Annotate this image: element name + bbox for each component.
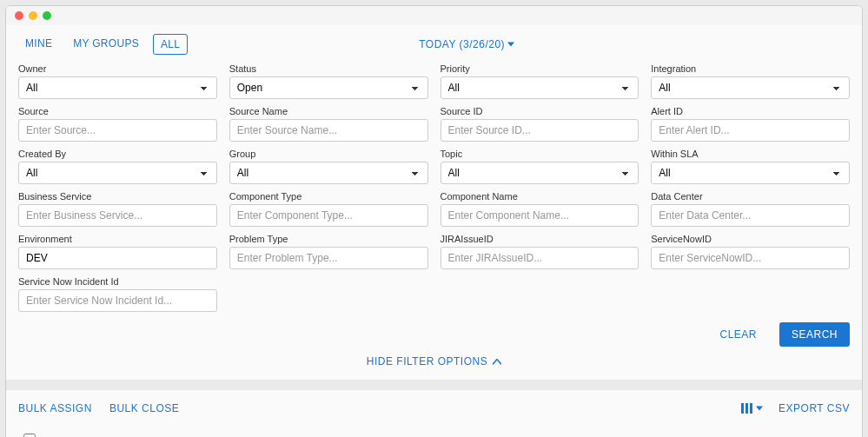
date-label: TODAY (3/26/20) xyxy=(419,38,505,50)
created-by-select[interactable]: All xyxy=(18,162,217,184)
hide-filter-label: HIDE FILTER OPTIONS xyxy=(367,355,487,367)
svg-rect-0 xyxy=(741,403,744,414)
col-component-type[interactable]: ↑Component Type xyxy=(586,427,675,437)
servicenow-id-label: ServiceNowID xyxy=(651,234,850,244)
table-header-row: ↓Alert ID ↑Incident Count ↑Created Date … xyxy=(18,427,850,437)
priority-label: Priority xyxy=(441,63,639,74)
priority-select[interactable]: All xyxy=(441,76,639,99)
chevron-down-icon xyxy=(507,42,514,47)
maximize-icon[interactable] xyxy=(43,11,51,20)
svg-rect-2 xyxy=(750,403,752,414)
col-status[interactable]: ↑Status xyxy=(285,427,328,437)
export-csv-button[interactable]: EXPORT CSV xyxy=(779,402,850,414)
tab-mine[interactable]: MINE xyxy=(18,34,59,55)
environment-label: Environment xyxy=(18,234,217,244)
source-name-input[interactable] xyxy=(229,119,428,142)
source-label: Source xyxy=(18,106,217,116)
select-all-checkbox[interactable] xyxy=(23,434,36,437)
created-by-label: Created By xyxy=(18,149,217,159)
component-type-label: Component Type xyxy=(229,191,428,202)
snow-incident-input[interactable] xyxy=(18,289,217,312)
minimize-icon[interactable] xyxy=(29,11,37,20)
col-component-name[interactable]: ↑Component Name xyxy=(675,427,811,437)
svg-rect-1 xyxy=(745,403,748,414)
col-within-sla[interactable]: ↑Within SLA xyxy=(373,427,436,437)
scope-tabs: MINE MY GROUPS ALL xyxy=(18,34,188,55)
source-input[interactable] xyxy=(18,119,217,142)
chevron-up-icon xyxy=(493,359,501,365)
col-integration[interactable]: ↑Integration xyxy=(436,427,497,437)
data-center-label: Data Center xyxy=(651,191,850,202)
bulk-assign-button[interactable]: BULK ASSIGN xyxy=(18,402,92,414)
col-environment[interactable]: ↑Environment xyxy=(811,427,850,437)
col-owner[interactable]: ↑Owner xyxy=(328,427,373,437)
alert-id-label: Alert ID xyxy=(651,106,850,116)
tab-my-groups[interactable]: MY GROUPS xyxy=(66,34,146,55)
source-name-label: Source Name xyxy=(229,106,428,116)
close-icon[interactable] xyxy=(15,11,23,20)
search-button[interactable]: SEARCH xyxy=(779,322,850,347)
component-type-input[interactable] xyxy=(229,204,428,227)
component-name-label: Component Name xyxy=(441,191,639,202)
col-created-date[interactable]: ↑Created Date xyxy=(167,427,240,437)
filters-grid: OwnerAll StatusOpen PriorityAll Integrat… xyxy=(18,63,850,312)
clear-button[interactable]: CLEAR xyxy=(707,322,769,347)
source-id-input[interactable] xyxy=(441,119,639,142)
bulk-close-button[interactable]: BULK CLOSE xyxy=(109,402,179,414)
data-center-input[interactable] xyxy=(651,204,850,227)
within-sla-select[interactable]: All xyxy=(651,162,850,184)
tab-all[interactable]: ALL xyxy=(153,34,188,55)
hide-filter-toggle[interactable]: HIDE FILTER OPTIONS xyxy=(18,355,850,367)
app-window: FEEDBACK MINE MY GROUPS ALL TODAY (3/26/… xyxy=(5,5,863,437)
alert-id-input[interactable] xyxy=(651,119,850,142)
chevron-down-icon xyxy=(756,406,763,411)
col-alert-id[interactable]: ↓Alert ID xyxy=(41,427,89,437)
group-label: Group xyxy=(229,149,428,159)
alerts-table: ↓Alert ID ↑Incident Count ↑Created Date … xyxy=(18,427,850,437)
columns-icon xyxy=(741,403,753,414)
feedback-tab[interactable]: FEEDBACK xyxy=(862,190,863,250)
col-incident-count[interactable]: ↑Incident Count xyxy=(89,427,166,437)
problem-type-label: Problem Type xyxy=(229,234,428,244)
snow-incident-label: Service Now Incident Id xyxy=(18,276,217,287)
source-id-label: Source ID xyxy=(441,106,639,116)
business-service-label: Business Service xyxy=(18,191,217,202)
topic-label: Topic xyxy=(441,149,639,159)
servicenow-id-input[interactable] xyxy=(651,247,850,269)
status-select[interactable]: Open xyxy=(229,76,428,99)
columns-button[interactable] xyxy=(741,403,763,414)
integration-select[interactable]: All xyxy=(651,76,850,99)
section-divider xyxy=(6,380,862,390)
col-priority[interactable]: ↑Priority xyxy=(240,427,286,437)
within-sla-label: Within SLA xyxy=(651,149,850,159)
owner-label: Owner xyxy=(18,63,217,74)
col-business-service[interactable]: ↑Business Service xyxy=(497,427,586,437)
business-service-input[interactable] xyxy=(18,204,217,227)
status-label: Status xyxy=(229,63,428,74)
date-picker[interactable]: TODAY (3/26/20) xyxy=(419,38,514,50)
problem-type-input[interactable] xyxy=(229,247,428,269)
group-select[interactable]: All xyxy=(229,162,428,184)
owner-select[interactable]: All xyxy=(18,76,217,99)
jira-issue-id-input[interactable] xyxy=(441,247,639,269)
environment-input[interactable] xyxy=(18,247,217,269)
topic-select[interactable]: All xyxy=(441,162,639,184)
jira-issue-id-label: JIRAIssueID xyxy=(441,234,639,244)
component-name-input[interactable] xyxy=(441,204,639,227)
integration-label: Integration xyxy=(651,63,850,74)
titlebar xyxy=(6,6,862,25)
